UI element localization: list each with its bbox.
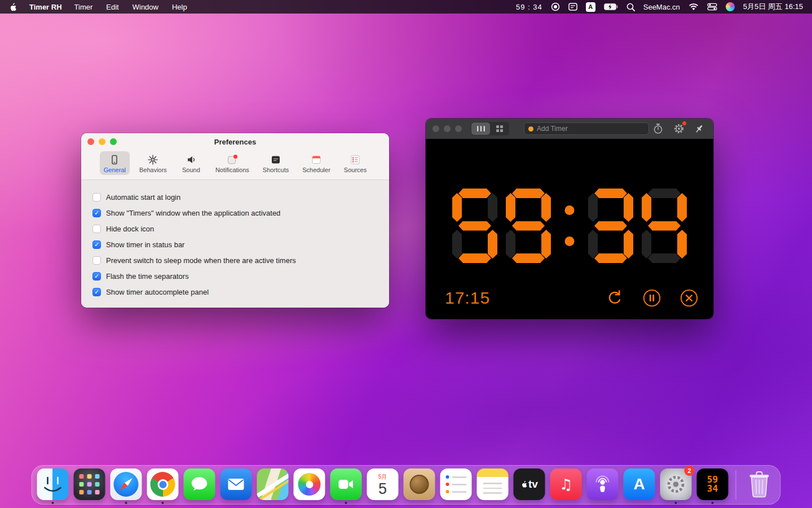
timer-controls: [605, 288, 699, 308]
tab-behaviors[interactable]: Behaviors: [135, 151, 171, 175]
window-list-icon[interactable]: [568, 3, 577, 11]
checkbox-checked[interactable]: ✓: [92, 288, 101, 296]
dock-mail[interactable]: [220, 468, 252, 500]
menu-timer[interactable]: Timer: [74, 3, 93, 11]
timer-display-area: 17:15: [426, 139, 713, 319]
pause-button[interactable]: [642, 288, 661, 308]
dock-music[interactable]: ♫: [550, 468, 582, 500]
menu-window[interactable]: Window: [133, 3, 158, 11]
dock-safari[interactable]: [111, 468, 142, 500]
speaker-icon: [185, 154, 197, 166]
add-timer-field[interactable]: Add Timer: [524, 122, 649, 135]
dock-system-preferences[interactable]: 2: [660, 468, 692, 500]
notification-badge: 2: [685, 466, 695, 476]
input-source-icon[interactable]: A: [586, 2, 595, 12]
calendar-icon: [310, 154, 323, 166]
dock-notes[interactable]: [477, 468, 509, 500]
digit-4: [642, 189, 687, 263]
timer-color-dot[interactable]: [528, 126, 533, 132]
notes-icon: [477, 468, 509, 500]
notification-badge-icon: [226, 154, 239, 166]
dock-launchpad[interactable]: [74, 468, 105, 500]
battery-icon[interactable]: [604, 3, 618, 10]
dock-podcasts[interactable]: [587, 468, 619, 500]
dock: 5月 5 tv: [32, 465, 781, 505]
grid-view-button[interactable]: [490, 122, 509, 135]
wifi-icon[interactable]: [689, 3, 699, 11]
restart-button[interactable]: [605, 288, 624, 308]
menu-bar: Timer RH TimerEditWindowHelp 59 : 34 A S…: [0, 0, 812, 14]
checkbox-unchecked[interactable]: [92, 193, 101, 202]
facetime-icon: [330, 468, 362, 500]
dock-finder[interactable]: [37, 468, 69, 500]
stopwatch-icon[interactable]: [652, 123, 664, 134]
timer-bottom-bar: 17:15: [445, 288, 699, 308]
checkbox-unchecked[interactable]: [92, 256, 101, 265]
dock-chrome[interactable]: [147, 468, 179, 500]
running-indicator: [52, 502, 54, 504]
close-button[interactable]: [433, 125, 439, 132]
stop-button[interactable]: [679, 288, 699, 308]
preferences-window: Preferences GeneralBehaviorsSoundNotific…: [81, 133, 389, 308]
gear-flower-icon: [147, 154, 159, 166]
timer-app-icon: 59 34: [697, 468, 729, 500]
control-center-icon[interactable]: [707, 3, 717, 11]
reminders-icon: [440, 468, 472, 500]
settings-gear-icon[interactable]: [673, 123, 685, 134]
menu-edit[interactable]: Edit: [106, 3, 118, 11]
dock-calendar[interactable]: 5月 5: [367, 468, 399, 500]
dock-facetime[interactable]: [330, 468, 362, 500]
tab-sound[interactable]: Sound: [176, 151, 206, 175]
apple-menu-icon[interactable]: [9, 2, 17, 12]
seemac-status-item[interactable]: SeeMac.cn: [643, 3, 680, 11]
spotlight-search-icon[interactable]: [626, 3, 635, 11]
dock-photos[interactable]: [294, 468, 325, 500]
checkbox-checked[interactable]: ✓: [92, 272, 101, 281]
dock-trash[interactable]: [744, 468, 775, 500]
record-status-icon[interactable]: [551, 2, 560, 11]
pin-icon[interactable]: [694, 124, 704, 134]
menu-help[interactable]: Help: [172, 3, 187, 11]
dock-reminders[interactable]: [440, 468, 472, 500]
running-indicator: [712, 502, 714, 504]
trash-icon: [744, 468, 775, 500]
preference-row: Hide dock icon: [92, 221, 389, 237]
minimize-button[interactable]: [444, 125, 451, 132]
dock-app-store[interactable]: A: [624, 468, 655, 500]
digit-5: [452, 189, 497, 263]
checkbox-checked[interactable]: ✓: [92, 209, 101, 217]
desktop-wallpaper: Timer RH TimerEditWindowHelp 59 : 34 A S…: [0, 0, 812, 508]
preference-row: ✓Show timer autocomplete panel: [92, 284, 389, 300]
preferences-titlebar[interactable]: Preferences: [81, 133, 389, 150]
digit-9: [506, 189, 551, 263]
checkbox-unchecked[interactable]: [92, 225, 101, 233]
tab-shortcuts[interactable]: Shortcuts: [259, 151, 293, 175]
maps-icon: [257, 468, 289, 500]
option-label: Show "Timers" window when the applicatio…: [106, 209, 280, 217]
app-store-letter: A: [633, 475, 645, 493]
siri-icon[interactable]: [726, 2, 735, 11]
app-menu-title[interactable]: Timer RH: [29, 3, 62, 11]
launchpad-icon: [74, 468, 105, 500]
single-view-button[interactable]: [471, 122, 490, 135]
option-label: Hide dock icon: [106, 225, 154, 233]
zoom-button[interactable]: [455, 125, 462, 132]
tab-general[interactable]: General: [100, 151, 130, 175]
tab-notifications[interactable]: Notifications: [211, 151, 253, 175]
tab-scheduler[interactable]: Scheduler: [298, 151, 334, 175]
menubar-datetime[interactable]: 5月5日 周五 16:15: [743, 2, 803, 12]
timer-titlebar[interactable]: Add Timer: [426, 119, 713, 139]
dock-messages[interactable]: [184, 468, 215, 500]
calendar-day-label: 5: [378, 480, 387, 497]
dock-apple-tv[interactable]: tv: [514, 468, 545, 500]
tab-label: Behaviors: [139, 167, 167, 173]
tab-sources[interactable]: Sources: [340, 151, 370, 175]
checkbox-checked[interactable]: ✓: [92, 240, 101, 249]
option-label: Show timer in status bar: [106, 240, 184, 249]
digit-3: [588, 189, 633, 263]
dock-timer-app[interactable]: 59 34: [697, 468, 729, 500]
statusbar-timer[interactable]: 59 : 34: [516, 3, 542, 11]
dock-bronze-app[interactable]: [404, 468, 435, 500]
option-label: Prevent switch to sleep mode when there …: [106, 256, 296, 265]
dock-maps[interactable]: [257, 468, 289, 500]
